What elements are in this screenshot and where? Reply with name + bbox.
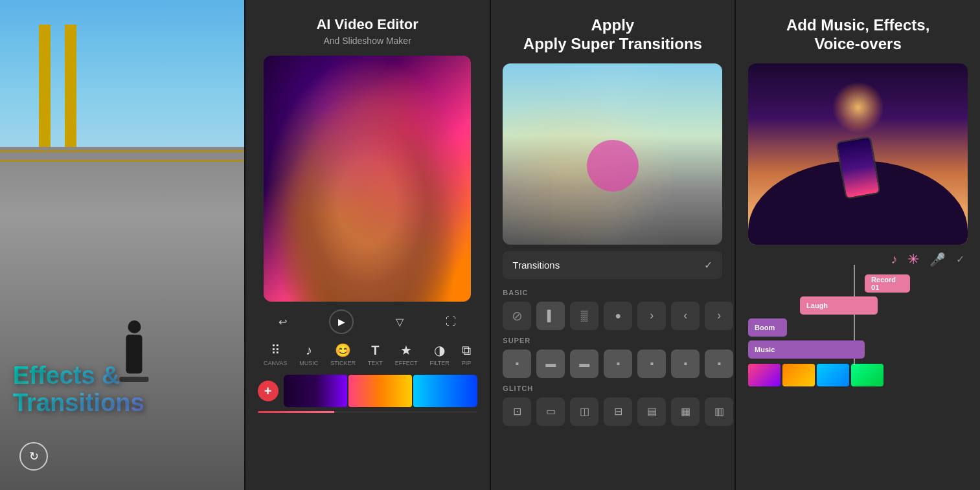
record-label: Record 01: [871, 276, 904, 291]
laugh-label: Laugh: [806, 302, 828, 309]
panel-transitions: ApplyApply Super Transitions Transitions…: [490, 0, 735, 490]
boom-track: Boom: [748, 318, 968, 337]
music-effects-title: Add Music, Effects,Voice-overs: [786, 16, 929, 54]
tool-sticker[interactable]: 😊 STICKER: [330, 342, 356, 366]
pip-icon: ⧉: [462, 343, 471, 358]
phone-screen-1: Effects & Transitions ↻: [0, 0, 244, 490]
confirm-icon[interactable]: ✓: [956, 253, 964, 265]
track-segment-2: [348, 375, 412, 407]
playback-controls: ↩ ▶ ▽ ⛶: [258, 302, 477, 339]
trans-btn-left[interactable]: ‹: [671, 302, 700, 330]
canvas-label: CANVAS: [264, 360, 287, 366]
super-section-label: SUPER: [503, 337, 722, 344]
thumbnail-row: [748, 364, 968, 386]
audio-controls: ♪ ✳ 🎤 ✓ Record 01 Laugh Boom: [748, 251, 968, 386]
transitions-header: ApplyApply Super Transitions: [491, 0, 735, 63]
transitions-selector[interactable]: Transitions ✓: [503, 251, 722, 279]
thumb-3: [817, 364, 849, 386]
tool-music[interactable]: ♪ MUSIC: [299, 343, 318, 366]
skate-preview-frame: [503, 63, 722, 245]
audio-tracks-container: Record 01 Laugh Boom Music: [748, 274, 968, 359]
skater-blur-body: [587, 140, 639, 192]
trans-btn-none[interactable]: ⊘: [503, 302, 531, 330]
add-media-button[interactable]: +: [258, 381, 279, 401]
trans-btn-more[interactable]: ›: [705, 302, 733, 330]
glitch-transitions-row: ⊡ ▭ ◫ ⊟ ▤ ▦ ▥: [503, 397, 722, 426]
glitch-trans-5[interactable]: ▤: [637, 397, 666, 426]
track-segment-1: [284, 375, 347, 407]
trans-btn-fade[interactable]: ▒: [570, 302, 598, 330]
super-trans-4[interactable]: ▪: [604, 350, 632, 378]
laugh-bar[interactable]: Laugh: [800, 296, 878, 315]
tool-pip[interactable]: ⧉ PIP: [462, 343, 472, 366]
progress-bar: [258, 411, 477, 413]
filter-label: FILTER: [430, 360, 450, 366]
sparkle-icon[interactable]: ✳: [907, 251, 919, 268]
phone-in-hand: [836, 136, 881, 199]
effect-icon: ★: [400, 342, 412, 358]
thumb-2: [782, 364, 815, 386]
filter-icon: ◑: [434, 342, 445, 358]
glitch-section-label: GLITCH: [503, 384, 722, 392]
basic-section-label: BASIC: [503, 289, 722, 296]
progress-fill: [258, 411, 335, 413]
microphone-icon[interactable]: 🎤: [929, 252, 946, 267]
ai-editor-header: AI Video Editor And Slideshow Maker: [245, 0, 490, 56]
music-effects-header: Add Music, Effects,Voice-overs: [736, 0, 980, 63]
effects-title: Effects & Transitions: [13, 362, 231, 417]
super-trans-1[interactable]: ▪: [503, 350, 531, 378]
super-trans-2[interactable]: ▬: [536, 350, 565, 378]
tool-canvas[interactable]: ⠿ CANVAS: [264, 342, 287, 366]
timeline-track[interactable]: [284, 375, 477, 407]
glitch-trans-1[interactable]: ⊡: [503, 397, 531, 426]
trans-btn-right[interactable]: ›: [637, 302, 666, 330]
super-trans-5[interactable]: ▪: [637, 350, 666, 378]
pip-label: PIP: [462, 360, 472, 366]
boom-bar[interactable]: Boom: [748, 318, 787, 337]
record-bar[interactable]: Record 01: [865, 274, 910, 293]
glitch-trans-7[interactable]: ▥: [705, 397, 733, 426]
glitch-trans-4[interactable]: ⊟: [604, 397, 632, 426]
fullscreen-icon[interactable]: ⛶: [446, 316, 456, 328]
super-trans-7[interactable]: ▪: [705, 350, 733, 378]
tool-filter[interactable]: ◑ FILTER: [430, 342, 450, 366]
music-bar[interactable]: Music: [748, 340, 865, 359]
record-track: Record 01: [748, 274, 968, 293]
super-trans-6[interactable]: ▪: [671, 350, 700, 378]
play-button[interactable]: ▶: [329, 309, 354, 334]
refresh-button[interactable]: ↻: [19, 442, 48, 471]
basic-transitions-section: BASIC ⊘ ▌ ▒ ● › ‹ › SUPER ▪ ▬ ▬ ▪ ▪ ▪ ▪ …: [503, 289, 722, 432]
super-trans-3[interactable]: ▬: [570, 350, 598, 378]
skater-head: [128, 320, 141, 333]
glitch-trans-3[interactable]: ◫: [570, 397, 598, 426]
railing-mid: [0, 160, 244, 162]
basic-transitions-row: ⊘ ▌ ▒ ● › ‹ ›: [503, 302, 722, 330]
effect-label: EFFECT: [395, 360, 418, 366]
glitch-trans-6[interactable]: ▦: [671, 397, 700, 426]
neon-light-overlay: [264, 56, 471, 302]
panel-effects-transitions: Effects & Transitions ↻: [0, 0, 244, 490]
music-note-icon[interactable]: ♪: [891, 252, 897, 267]
trans-btn-circle[interactable]: ●: [604, 302, 632, 330]
tool-text[interactable]: T TEXT: [368, 343, 383, 366]
transitions-title: ApplyApply Super Transitions: [523, 16, 702, 54]
trans-btn-cut[interactable]: ▌: [536, 302, 565, 330]
concert-light: [832, 82, 884, 133]
music-icon: ♪: [306, 343, 312, 358]
sticker-icon: 😊: [335, 342, 351, 358]
railing-top: [0, 150, 244, 152]
music-track: Music: [748, 340, 968, 359]
thumb-1: [748, 364, 781, 386]
music-label: MUSIC: [299, 360, 318, 366]
undo-button[interactable]: ↩: [279, 316, 287, 328]
phone-mini-screen: [837, 137, 879, 198]
bridge-rail: [0, 147, 244, 490]
canvas-icon: ⠿: [271, 342, 280, 358]
transitions-selector-label: Transitions: [512, 260, 560, 271]
tool-effect[interactable]: ★ EFFECT: [395, 342, 418, 366]
glitch-trans-2[interactable]: ▭: [536, 397, 565, 426]
effects-text-overlay: Effects & Transitions: [13, 362, 231, 417]
download-icon[interactable]: ▽: [396, 316, 404, 328]
boom-label: Boom: [755, 324, 775, 331]
panel-music-effects: Add Music, Effects,Voice-overs ♪ ✳ 🎤 ✓ R…: [735, 0, 980, 490]
